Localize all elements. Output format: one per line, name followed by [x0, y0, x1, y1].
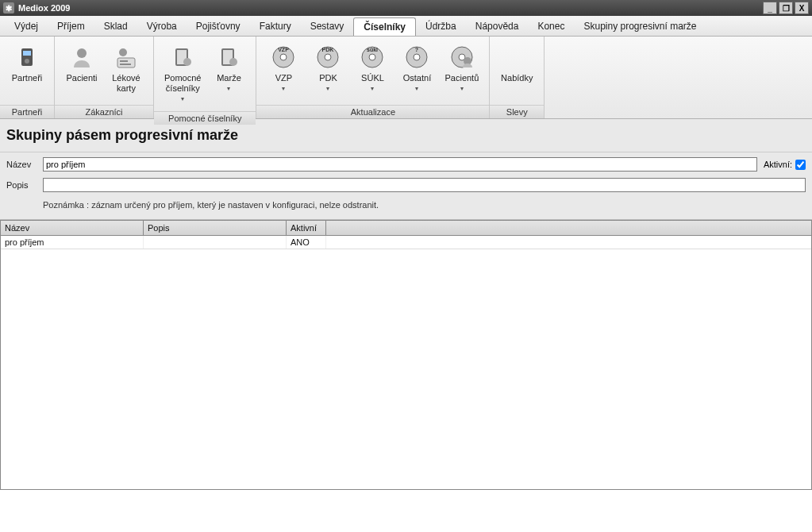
disc-sukl-icon: sūkl [359, 44, 386, 71]
menu-item-sestavy[interactable]: Sestavy [301, 16, 354, 36]
ribbon-group-title: Pomocné číselníky [154, 111, 256, 125]
ribbon: PartneřiPartneřiPacientiLékovékartyZákaz… [0, 37, 812, 119]
ribbon-btn-vzp[interactable]: VZPVZP▾ [261, 40, 306, 98]
ribbon-btn-nabídky[interactable]: Nabídky [495, 40, 539, 87]
book-icon [215, 44, 242, 71]
grid-header-aktivni[interactable]: Aktivní [287, 221, 326, 235]
grid-header-nazev[interactable]: Název [1, 221, 144, 235]
ribbon-btn-label: Pacientů▾ [444, 73, 479, 94]
table-row[interactable]: pro příjemANO [1, 236, 811, 249]
dropdown-icon: ▾ [217, 83, 241, 94]
grid-header-popis[interactable]: Popis [144, 221, 287, 235]
menu-item-nápověda[interactable]: Nápověda [466, 16, 529, 36]
none-icon [503, 44, 530, 71]
menu-item-faktury[interactable]: Faktury [250, 16, 301, 36]
ribbon-group-title: Partneři [0, 105, 54, 118]
svg-point-10 [183, 58, 191, 66]
svg-point-2 [25, 59, 29, 64]
ribbon-group-title: Zákazníci [55, 105, 153, 118]
menu-item-sklad[interactable]: Sklad [94, 16, 137, 36]
nazev-input[interactable] [43, 157, 757, 172]
ribbon-btn-label: Pacienti [66, 73, 97, 83]
ribbon-btn-lékové-karty[interactable]: Lékovékarty [104, 40, 148, 98]
disc-patient-icon [448, 44, 475, 71]
maximize-button[interactable]: ❐ [779, 2, 793, 14]
disc-vzp-icon: VZP [270, 44, 297, 71]
svg-rect-5 [117, 58, 135, 67]
ribbon-btn-label: VZP▾ [275, 73, 292, 94]
menu-item-číselníky[interactable]: Číselníky [353, 17, 416, 36]
ribbon-btn-partneři[interactable]: Partneři [5, 40, 49, 87]
ribbon-group-zákazníci: PacientiLékovékartyZákazníci [55, 37, 154, 118]
grid-header: Název Popis Aktivní [0, 220, 812, 236]
ribbon-group-partneři: PartneřiPartneři [0, 37, 55, 118]
dropdown-icon: ▾ [361, 83, 384, 94]
svg-point-4 [119, 48, 127, 56]
form-note: Poznámka : záznam určený pro příjem, kte… [6, 199, 806, 213]
ribbon-group-pomocné-číselníky: Pomocnéčíselníky▾Marže▾Pomocné číselníky [154, 37, 256, 118]
ribbon-btn-súkl[interactable]: sūklSÚKL▾ [350, 40, 394, 98]
ribbon-btn-label: SÚKL▾ [361, 73, 384, 94]
svg-point-15 [280, 54, 287, 60]
titlebar: ✱ Mediox 2009 _ ❐ X [0, 0, 812, 16]
aktivni-checkbox[interactable] [795, 160, 806, 170]
svg-point-24 [414, 54, 420, 60]
menu-item-skupiny-progresivní-marže[interactable]: Skupiny progresivní marže [574, 16, 706, 36]
book-icon [169, 44, 196, 71]
ribbon-group-title: Slevy [490, 105, 544, 118]
menu-item-výdej[interactable]: Výdej [5, 16, 48, 36]
minimize-button[interactable]: _ [763, 2, 777, 14]
ribbon-btn-label: Marže▾ [217, 73, 241, 94]
ribbon-btn-pdk[interactable]: PDKPDK▾ [306, 40, 350, 98]
menubar: VýdejPříjemSkladVýrobaPojišťovnyFakturyS… [0, 16, 812, 37]
menu-item-údržba[interactable]: Údržba [416, 16, 466, 36]
menu-item-konec[interactable]: Konec [528, 16, 574, 36]
ribbon-btn-ostatní[interactable]: ?Ostatní▾ [394, 40, 439, 98]
ribbon-btn-label: Nabídky [501, 73, 533, 83]
aktivni-label: Aktivní: [764, 160, 792, 169]
svg-text:PDK: PDK [322, 47, 334, 52]
partners-icon [13, 44, 40, 71]
ribbon-btn-label: Pomocnéčíselníky▾ [164, 73, 201, 104]
data-grid: Název Popis Aktivní pro příjemANO [0, 220, 812, 490]
dropdown-icon: ▾ [275, 83, 292, 94]
dropdown-icon: ▾ [319, 83, 337, 94]
ribbon-group-aktualizace: VZPVZP▾PDKPDK▾sūklSÚKL▾?Ostatní▾Pacientů… [256, 37, 490, 118]
menu-item-výroba[interactable]: Výroba [137, 16, 187, 36]
svg-text:?: ? [415, 47, 418, 52]
ribbon-btn-marže[interactable]: Marže▾ [206, 40, 251, 98]
menu-item-pojišťovny[interactable]: Pojišťovny [187, 16, 250, 36]
nazev-label: Název [6, 160, 43, 169]
popis-label: Popis [6, 180, 43, 190]
grid-body: pro příjemANO [0, 236, 812, 490]
dropdown-icon: ▾ [164, 94, 201, 104]
app-title: Mediox 2009 [18, 3, 70, 13]
svg-point-13 [229, 58, 237, 66]
menu-item-příjem[interactable]: Příjem [48, 16, 94, 36]
ribbon-btn-pacienti[interactable]: Pacienti [60, 40, 104, 87]
ribbon-btn-label: Lékovékarty [112, 73, 140, 94]
ribbon-btn-label: PDK▾ [319, 73, 337, 94]
disc-other-icon: ? [403, 44, 430, 71]
ribbon-btn-label: Ostatní▾ [403, 73, 431, 94]
app-icon: ✱ [3, 2, 14, 13]
svg-rect-7 [120, 64, 131, 65]
svg-text:VZP: VZP [279, 47, 290, 52]
cell-aktivni: ANO [287, 236, 326, 249]
page-title: Skupiny pásem progresivní marže [0, 119, 812, 152]
form-area: Název Aktivní: Popis Poznámka : záznam u… [0, 152, 812, 220]
svg-rect-1 [23, 51, 31, 56]
svg-point-21 [369, 54, 375, 60]
cell-nazev: pro příjem [1, 236, 144, 249]
popis-input[interactable] [43, 178, 806, 192]
ribbon-group-title: Aktualizace [256, 105, 489, 118]
close-button[interactable]: X [795, 2, 809, 14]
ribbon-btn-pomocné-číselníky[interactable]: Pomocnéčíselníky▾ [159, 40, 206, 108]
patient-icon [68, 44, 95, 71]
cell-popis [144, 236, 287, 249]
card-icon [113, 44, 140, 71]
disc-pdk-icon: PDK [314, 44, 341, 71]
dropdown-icon: ▾ [403, 83, 431, 94]
ribbon-btn-pacientů[interactable]: Pacientů▾ [439, 40, 484, 98]
svg-point-3 [77, 48, 87, 58]
